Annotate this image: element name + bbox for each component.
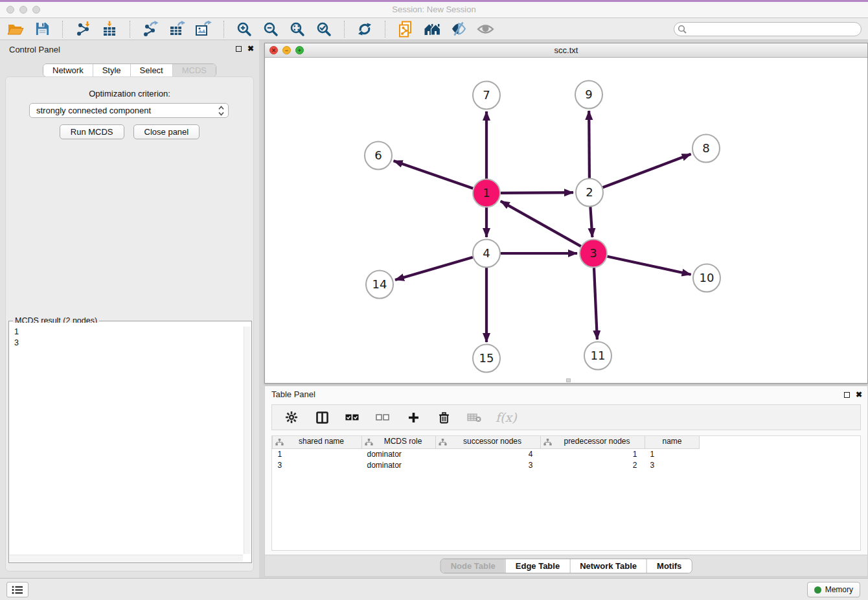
memory-button[interactable]: Memory — [807, 582, 860, 597]
table-cell[interactable]: dominator — [362, 448, 436, 459]
tab-select[interactable]: Select — [130, 64, 172, 76]
select-all-icon[interactable] — [343, 408, 361, 426]
zoom-fit-icon[interactable] — [288, 20, 306, 38]
hide-graphics-details-icon[interactable] — [450, 20, 468, 38]
run-mcds-button[interactable]: Run MCDS — [60, 124, 124, 139]
node-15[interactable]: 15 — [473, 345, 500, 373]
close-panel-icon[interactable]: ✖ — [247, 45, 254, 52]
dropdown-value: strongly connected component — [36, 106, 151, 115]
table-cell[interactable]: dominator — [362, 459, 436, 470]
column-predecessor-nodes[interactable]: predecessor nodes — [541, 436, 645, 448]
node-4[interactable]: 4 — [473, 240, 500, 268]
edge-3-10[interactable] — [608, 257, 691, 275]
node-11[interactable]: 11 — [584, 342, 611, 370]
node-10[interactable]: 10 — [693, 264, 720, 292]
zoom-selected-icon[interactable] — [315, 20, 333, 38]
control-panel-title: Control Panel — [0, 40, 259, 60]
table-cell[interactable]: 3 — [273, 459, 362, 470]
result-vertical-scrollbar[interactable] — [244, 327, 251, 554]
export-table-icon[interactable] — [168, 20, 186, 38]
first-neighbors-icon[interactable] — [423, 20, 441, 38]
import-table-icon[interactable] — [100, 20, 119, 38]
search-icon — [678, 25, 687, 36]
table-cell[interactable]: 3 — [436, 459, 541, 470]
node-7[interactable]: 7 — [473, 82, 500, 110]
export-image-icon[interactable] — [194, 20, 212, 38]
table-cell[interactable]: 3 — [645, 459, 700, 470]
network-graph[interactable]: 7968124314101511 — [265, 58, 867, 383]
show-columns-icon[interactable] — [313, 408, 331, 426]
node-8[interactable]: 8 — [692, 135, 720, 163]
table-cell[interactable]: 1 — [541, 448, 645, 459]
column-name[interactable]: name — [645, 436, 700, 448]
mcds-tab-content: Optimization criterion: strongly connect… — [5, 76, 254, 571]
edge-2-3[interactable] — [590, 207, 592, 237]
edge-2-8[interactable] — [603, 154, 691, 187]
network-close-button[interactable]: ✕ — [269, 46, 278, 54]
edge-1-6[interactable] — [394, 161, 474, 189]
column-mcds-role[interactable]: MCDS role — [362, 436, 436, 448]
edge-3-1[interactable] — [501, 201, 581, 246]
node-9[interactable]: 9 — [575, 81, 602, 109]
add-row-icon[interactable] — [404, 408, 422, 426]
unselect-all-icon[interactable] — [374, 408, 392, 426]
table-cell[interactable]: 2 — [541, 459, 645, 470]
tab-motifs[interactable]: Motifs — [646, 559, 691, 573]
apply-function-icon[interactable]: f(x) — [496, 410, 517, 424]
edge-4-14[interactable] — [395, 257, 473, 280]
network-minimize-button[interactable]: − — [282, 46, 291, 54]
node-6[interactable]: 6 — [365, 142, 392, 170]
result-line: 1 — [14, 327, 239, 338]
table-header-row: shared name MCDS role successor nodes pr… — [273, 436, 861, 448]
mcds-result-box: MCDS result (2 nodes) 13 — [8, 321, 252, 563]
search-input[interactable] — [674, 22, 862, 36]
network-maximize-button[interactable]: + — [295, 46, 304, 54]
tab-network-table[interactable]: Network Table — [569, 559, 646, 573]
node-14[interactable]: 14 — [366, 271, 393, 299]
list-icon — [12, 585, 23, 595]
float-table-panel-icon[interactable] — [844, 392, 850, 398]
node-1[interactable]: 1 — [473, 179, 500, 207]
close-table-panel-icon[interactable]: ✖ — [856, 391, 862, 398]
splitter-handle[interactable] — [566, 378, 571, 382]
edge-1-2[interactable] — [501, 192, 573, 193]
node-2[interactable]: 2 — [576, 179, 603, 207]
table-row[interactable]: 3dominator323 — [273, 459, 861, 470]
export-network-icon[interactable] — [141, 20, 159, 38]
edge-3-11[interactable] — [594, 268, 597, 340]
close-panel-button[interactable]: Close panel — [133, 124, 200, 139]
delete-table-icon[interactable] — [465, 408, 483, 426]
optimization-criterion-select[interactable]: strongly connected component — [29, 103, 229, 118]
table-cell[interactable]: 1 — [645, 448, 700, 459]
network-window-titlebar[interactable]: ✕ − + scc.txt — [265, 43, 867, 58]
apply-layout-icon[interactable] — [356, 20, 374, 38]
table-panel-title: Table Panel — [265, 386, 867, 403]
zoom-in-icon[interactable] — [235, 20, 253, 38]
import-network-icon[interactable] — [74, 20, 92, 38]
table-options-icon[interactable] — [282, 408, 301, 426]
delete-row-icon[interactable] — [435, 408, 453, 426]
save-session-icon[interactable] — [33, 20, 51, 38]
edge-2-9[interactable] — [589, 111, 589, 178]
application-window: Session: New Session — [0, 0, 868, 600]
task-history-button[interactable] — [6, 582, 29, 597]
node-3[interactable]: 3 — [580, 240, 607, 268]
column-successor-nodes[interactable]: successor nodes — [436, 436, 541, 448]
tab-mcds[interactable]: MCDS — [172, 64, 216, 76]
column-shared-name[interactable]: shared name — [273, 436, 362, 448]
node-label: 6 — [374, 148, 382, 162]
tab-network[interactable]: Network — [43, 64, 93, 76]
table-cell[interactable]: 1 — [273, 448, 362, 459]
table-cell[interactable]: 4 — [436, 448, 541, 459]
zoom-out-icon[interactable] — [262, 20, 280, 38]
network-canvas[interactable]: 7968124314101511 — [265, 58, 867, 383]
table-row[interactable]: 1dominator411 — [273, 448, 861, 459]
tab-node-table[interactable]: Node Table — [441, 559, 505, 573]
float-panel-icon[interactable] — [236, 46, 242, 52]
birds-eye-view-icon[interactable] — [476, 20, 494, 38]
tab-style[interactable]: Style — [93, 64, 130, 76]
tab-edge-table[interactable]: Edge Table — [505, 559, 569, 573]
new-network-from-selection-icon[interactable] — [396, 20, 415, 38]
result-horizontal-scrollbar[interactable] — [10, 555, 243, 562]
open-session-icon[interactable] — [6, 20, 25, 38]
